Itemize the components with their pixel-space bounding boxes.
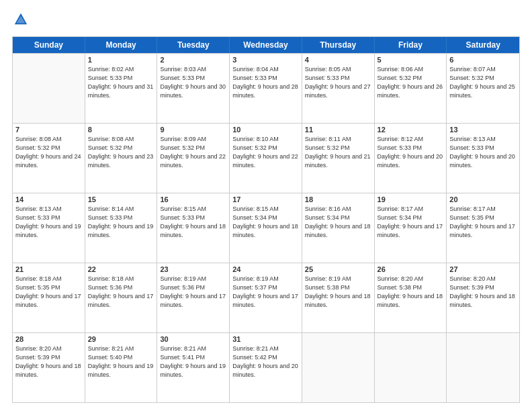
page: SundayMondayTuesdayWednesdayThursdayFrid… — [0, 0, 532, 411]
day-number: 11 — [305, 126, 371, 134]
daylight-text: Daylight: 9 hours and 28 minutes. — [232, 83, 299, 100]
calendar-cell-w3-d5: 26Sunrise: 8:20 AMSunset: 5:38 PMDayligh… — [375, 263, 447, 332]
cell-info: Sunrise: 8:21 AMSunset: 5:40 PMDaylight:… — [88, 345, 154, 379]
calendar-cell-w4-d2: 30Sunrise: 8:21 AMSunset: 5:41 PMDayligh… — [157, 333, 230, 402]
sunrise-text: Sunrise: 8:19 AM — [232, 275, 299, 283]
daylight-text: Daylight: 9 hours and 21 minutes. — [305, 152, 371, 170]
day-number: 10 — [232, 126, 299, 134]
cell-info: Sunrise: 8:13 AMSunset: 5:33 PMDaylight:… — [449, 135, 517, 170]
calendar-row-3: 21Sunrise: 8:18 AMSunset: 5:35 PMDayligh… — [13, 263, 519, 332]
calendar-cell-w1-d3: 10Sunrise: 8:10 AMSunset: 5:32 PMDayligh… — [230, 124, 302, 193]
sunrise-text: Sunrise: 8:15 AM — [160, 205, 226, 214]
daylight-text: Daylight: 9 hours and 27 minutes. — [305, 83, 371, 100]
cell-info: Sunrise: 8:19 AMSunset: 5:37 PMDaylight:… — [232, 275, 299, 310]
daylight-text: Daylight: 9 hours and 25 minutes. — [449, 83, 517, 100]
sunset-text: Sunset: 5:33 PM — [88, 214, 154, 222]
cell-info: Sunrise: 8:10 AMSunset: 5:32 PMDaylight:… — [232, 135, 299, 170]
cell-info: Sunrise: 8:19 AMSunset: 5:38 PMDaylight:… — [305, 275, 371, 310]
sunrise-text: Sunrise: 8:13 AM — [449, 135, 517, 144]
daylight-text: Daylight: 9 hours and 18 minutes. — [160, 222, 226, 240]
daylight-text: Daylight: 9 hours and 19 minutes. — [88, 222, 154, 240]
sunrise-text: Sunrise: 8:03 AM — [160, 65, 226, 74]
calendar-cell-w4-d5 — [375, 333, 447, 402]
daylight-text: Daylight: 9 hours and 17 minutes. — [15, 292, 82, 310]
day-number: 12 — [378, 126, 444, 134]
cell-info: Sunrise: 8:09 AMSunset: 5:32 PMDaylight:… — [160, 135, 226, 170]
cell-info: Sunrise: 8:16 AMSunset: 5:34 PMDaylight:… — [305, 205, 371, 240]
cell-info: Sunrise: 8:03 AMSunset: 5:33 PMDaylight:… — [160, 65, 226, 100]
sunrise-text: Sunrise: 8:12 AM — [378, 135, 444, 144]
daylight-text: Daylight: 9 hours and 18 minutes. — [449, 292, 517, 310]
sunset-text: Sunset: 5:33 PM — [232, 74, 299, 83]
calendar-row-2: 14Sunrise: 8:13 AMSunset: 5:33 PMDayligh… — [13, 193, 519, 263]
daylight-text: Daylight: 9 hours and 18 minutes. — [232, 222, 299, 240]
calendar-cell-w0-d2: 2Sunrise: 8:03 AMSunset: 5:33 PMDaylight… — [157, 54, 230, 123]
calendar-cell-w0-d1: 1Sunrise: 8:02 AMSunset: 5:33 PMDaylight… — [85, 54, 158, 123]
cell-info: Sunrise: 8:02 AMSunset: 5:33 PMDaylight:… — [88, 65, 154, 100]
sunset-text: Sunset: 5:33 PM — [160, 214, 226, 222]
daylight-text: Daylight: 9 hours and 20 minutes. — [378, 152, 444, 170]
calendar-cell-w2-d4: 18Sunrise: 8:16 AMSunset: 5:34 PMDayligh… — [302, 193, 375, 263]
sunrise-text: Sunrise: 8:11 AM — [305, 135, 371, 144]
day-number: 1 — [88, 56, 154, 64]
calendar-row-1: 7Sunrise: 8:08 AMSunset: 5:32 PMDaylight… — [13, 123, 519, 193]
sunrise-text: Sunrise: 8:09 AM — [160, 135, 226, 144]
day-number: 17 — [232, 195, 299, 203]
day-number: 3 — [232, 56, 299, 64]
daylight-text: Daylight: 9 hours and 24 minutes. — [15, 152, 82, 170]
header-day-friday: Friday — [375, 37, 447, 53]
daylight-text: Daylight: 9 hours and 23 minutes. — [88, 152, 154, 170]
sunrise-text: Sunrise: 8:08 AM — [15, 135, 82, 144]
cell-info: Sunrise: 8:18 AMSunset: 5:36 PMDaylight:… — [88, 275, 154, 310]
cell-info: Sunrise: 8:13 AMSunset: 5:33 PMDaylight:… — [15, 205, 82, 240]
cell-info: Sunrise: 8:04 AMSunset: 5:33 PMDaylight:… — [232, 65, 299, 100]
calendar-cell-w3-d2: 23Sunrise: 8:19 AMSunset: 5:36 PMDayligh… — [157, 263, 230, 332]
header-day-wednesday: Wednesday — [230, 37, 302, 53]
sunset-text: Sunset: 5:42 PM — [232, 353, 299, 362]
calendar-cell-w1-d4: 11Sunrise: 8:11 AMSunset: 5:32 PMDayligh… — [302, 124, 375, 193]
day-number: 16 — [160, 195, 226, 203]
daylight-text: Daylight: 9 hours and 17 minutes. — [160, 292, 226, 310]
calendar-body: 1Sunrise: 8:02 AMSunset: 5:33 PMDaylight… — [13, 53, 519, 402]
day-number: 21 — [15, 265, 82, 273]
sunset-text: Sunset: 5:34 PM — [378, 214, 444, 222]
sunset-text: Sunset: 5:33 PM — [88, 74, 154, 83]
cell-info: Sunrise: 8:21 AMSunset: 5:42 PMDaylight:… — [232, 345, 299, 379]
calendar-cell-w0-d5: 5Sunrise: 8:06 AMSunset: 5:32 PMDaylight… — [375, 54, 447, 123]
sunrise-text: Sunrise: 8:20 AM — [449, 275, 517, 283]
sunrise-text: Sunrise: 8:19 AM — [160, 275, 226, 283]
day-number: 19 — [378, 195, 444, 203]
header-day-monday: Monday — [85, 37, 158, 53]
calendar-cell-w2-d6: 20Sunrise: 8:17 AMSunset: 5:35 PMDayligh… — [447, 193, 519, 263]
sunrise-text: Sunrise: 8:10 AM — [232, 135, 299, 144]
calendar-cell-w2-d3: 17Sunrise: 8:15 AMSunset: 5:34 PMDayligh… — [230, 193, 302, 263]
sunset-text: Sunset: 5:32 PM — [232, 144, 299, 152]
cell-info: Sunrise: 8:12 AMSunset: 5:33 PMDaylight:… — [378, 135, 444, 170]
sunrise-text: Sunrise: 8:18 AM — [88, 275, 154, 283]
sunrise-text: Sunrise: 8:13 AM — [15, 205, 82, 214]
daylight-text: Daylight: 9 hours and 17 minutes. — [232, 292, 299, 310]
day-number: 30 — [160, 335, 226, 343]
sunrise-text: Sunrise: 8:21 AM — [160, 345, 226, 353]
sunset-text: Sunset: 5:41 PM — [160, 353, 226, 362]
calendar-cell-w1-d0: 7Sunrise: 8:08 AMSunset: 5:32 PMDaylight… — [13, 124, 85, 193]
sunset-text: Sunset: 5:32 PM — [160, 144, 226, 152]
daylight-text: Daylight: 9 hours and 19 minutes. — [88, 362, 154, 379]
day-number: 22 — [88, 265, 154, 273]
sunrise-text: Sunrise: 8:02 AM — [88, 65, 154, 74]
sunrise-text: Sunrise: 8:05 AM — [305, 65, 371, 74]
sunrise-text: Sunrise: 8:17 AM — [378, 205, 444, 214]
cell-info: Sunrise: 8:14 AMSunset: 5:33 PMDaylight:… — [88, 205, 154, 240]
daylight-text: Daylight: 9 hours and 18 minutes. — [15, 362, 82, 379]
sunset-text: Sunset: 5:32 PM — [88, 144, 154, 152]
cell-info: Sunrise: 8:07 AMSunset: 5:32 PMDaylight:… — [449, 65, 517, 100]
calendar-cell-w3-d4: 25Sunrise: 8:19 AMSunset: 5:38 PMDayligh… — [302, 263, 375, 332]
calendar-cell-w1-d6: 13Sunrise: 8:13 AMSunset: 5:33 PMDayligh… — [447, 124, 519, 193]
calendar-cell-w1-d1: 8Sunrise: 8:08 AMSunset: 5:32 PMDaylight… — [85, 124, 158, 193]
sunrise-text: Sunrise: 8:21 AM — [88, 345, 154, 353]
day-number: 18 — [305, 195, 371, 203]
calendar-cell-w2-d5: 19Sunrise: 8:17 AMSunset: 5:34 PMDayligh… — [375, 193, 447, 263]
header-day-sunday: Sunday — [13, 37, 85, 53]
calendar-cell-w1-d2: 9Sunrise: 8:09 AMSunset: 5:32 PMDaylight… — [157, 124, 230, 193]
day-number: 25 — [305, 265, 371, 273]
